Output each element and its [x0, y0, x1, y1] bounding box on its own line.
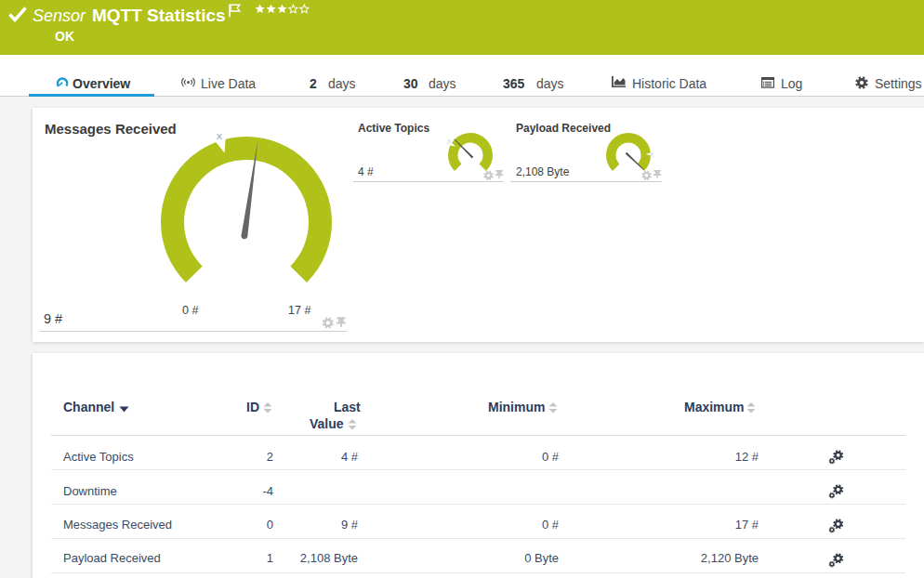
svg-text:X: X [650, 151, 654, 158]
svg-text:X: X [447, 138, 452, 145]
svg-text:X: X [217, 131, 223, 141]
